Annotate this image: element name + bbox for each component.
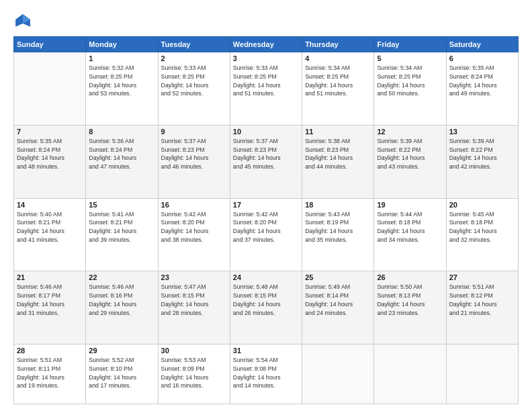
cell-date: 26 [377, 273, 443, 281]
cell-date: 17 [233, 201, 299, 209]
cell-date: 15 [89, 201, 154, 209]
calendar-cell: 12Sunrise: 5:39 AM Sunset: 8:22 PM Dayli… [374, 125, 446, 198]
cell-date: 24 [233, 273, 299, 281]
cell-date: 29 [89, 347, 154, 355]
calendar-cell: 20Sunrise: 5:45 AM Sunset: 8:18 PM Dayli… [446, 198, 518, 271]
calendar-cell: 10Sunrise: 5:37 AM Sunset: 8:23 PM Dayli… [230, 125, 302, 198]
calendar-cell [14, 52, 86, 126]
calendar-cell: 6Sunrise: 5:35 AM Sunset: 8:24 PM Daylig… [446, 52, 518, 126]
week-row-5: 28Sunrise: 5:51 AM Sunset: 8:11 PM Dayli… [14, 345, 519, 404]
weekday-header-saturday: Saturday [446, 37, 518, 52]
cell-info: Sunrise: 5:48 AM Sunset: 8:15 PM Dayligh… [233, 283, 299, 317]
cell-info: Sunrise: 5:52 AM Sunset: 8:10 PM Dayligh… [89, 356, 154, 390]
cell-info: Sunrise: 5:33 AM Sunset: 8:25 PM Dayligh… [161, 64, 227, 98]
cell-info: Sunrise: 5:40 AM Sunset: 8:21 PM Dayligh… [17, 210, 83, 244]
cell-info: Sunrise: 5:36 AM Sunset: 8:24 PM Dayligh… [89, 137, 154, 171]
calendar-cell: 30Sunrise: 5:53 AM Sunset: 8:09 PM Dayli… [158, 345, 230, 404]
cell-date: 19 [377, 201, 443, 209]
calendar-cell: 27Sunrise: 5:51 AM Sunset: 8:12 PM Dayli… [446, 271, 518, 345]
cell-date: 2 [161, 54, 227, 62]
cell-info: Sunrise: 5:50 AM Sunset: 8:13 PM Dayligh… [377, 283, 443, 317]
calendar-cell: 16Sunrise: 5:42 AM Sunset: 8:20 PM Dayli… [158, 198, 230, 271]
cell-date: 27 [449, 273, 515, 281]
weekday-header-friday: Friday [374, 37, 446, 52]
calendar-cell: 22Sunrise: 5:46 AM Sunset: 8:16 PM Dayli… [86, 271, 158, 345]
calendar-cell: 24Sunrise: 5:48 AM Sunset: 8:15 PM Dayli… [230, 271, 302, 345]
calendar-cell [302, 345, 374, 404]
cell-date: 25 [305, 273, 371, 281]
calendar-cell: 7Sunrise: 5:35 AM Sunset: 8:24 PM Daylig… [14, 125, 86, 198]
calendar-cell: 8Sunrise: 5:36 AM Sunset: 8:24 PM Daylig… [86, 125, 158, 198]
cell-info: Sunrise: 5:33 AM Sunset: 8:25 PM Dayligh… [233, 64, 299, 98]
weekday-header-row: SundayMondayTuesdayWednesdayThursdayFrid… [14, 37, 519, 52]
calendar-cell: 2Sunrise: 5:33 AM Sunset: 8:25 PM Daylig… [158, 52, 230, 126]
calendar-cell: 14Sunrise: 5:40 AM Sunset: 8:21 PM Dayli… [14, 198, 86, 271]
cell-date: 28 [17, 347, 83, 355]
calendar-cell: 23Sunrise: 5:47 AM Sunset: 8:15 PM Dayli… [158, 271, 230, 345]
cell-info: Sunrise: 5:35 AM Sunset: 8:24 PM Dayligh… [17, 137, 83, 171]
cell-info: Sunrise: 5:54 AM Sunset: 8:08 PM Dayligh… [233, 356, 299, 390]
cell-info: Sunrise: 5:49 AM Sunset: 8:14 PM Dayligh… [305, 283, 371, 317]
cell-info: Sunrise: 5:46 AM Sunset: 8:17 PM Dayligh… [17, 283, 83, 317]
cell-info: Sunrise: 5:44 AM Sunset: 8:18 PM Dayligh… [377, 210, 443, 244]
cell-date: 31 [233, 347, 299, 355]
weekday-header-wednesday: Wednesday [230, 37, 302, 52]
cell-date: 11 [305, 128, 371, 136]
calendar-cell: 25Sunrise: 5:49 AM Sunset: 8:14 PM Dayli… [302, 271, 374, 345]
calendar-cell: 21Sunrise: 5:46 AM Sunset: 8:17 PM Dayli… [14, 271, 86, 345]
cell-info: Sunrise: 5:51 AM Sunset: 8:12 PM Dayligh… [449, 283, 515, 317]
cell-date: 16 [161, 201, 227, 209]
week-row-3: 14Sunrise: 5:40 AM Sunset: 8:21 PM Dayli… [14, 198, 519, 271]
header [13, 12, 519, 31]
cell-date: 20 [449, 201, 515, 209]
cell-date: 12 [377, 128, 443, 136]
cell-info: Sunrise: 5:32 AM Sunset: 8:25 PM Dayligh… [89, 64, 154, 98]
cell-info: Sunrise: 5:42 AM Sunset: 8:20 PM Dayligh… [161, 210, 227, 244]
weekday-header-monday: Monday [86, 37, 158, 52]
cell-info: Sunrise: 5:35 AM Sunset: 8:24 PM Dayligh… [449, 64, 515, 98]
cell-info: Sunrise: 5:38 AM Sunset: 8:23 PM Dayligh… [305, 137, 371, 171]
cell-info: Sunrise: 5:37 AM Sunset: 8:23 PM Dayligh… [161, 137, 227, 171]
cell-date: 1 [89, 54, 154, 62]
calendar-cell: 28Sunrise: 5:51 AM Sunset: 8:11 PM Dayli… [14, 345, 86, 404]
cell-info: Sunrise: 5:47 AM Sunset: 8:15 PM Dayligh… [161, 283, 227, 317]
calendar-cell: 1Sunrise: 5:32 AM Sunset: 8:25 PM Daylig… [86, 52, 158, 126]
cell-date: 8 [89, 128, 154, 136]
cell-date: 3 [233, 54, 299, 62]
weekday-header-thursday: Thursday [302, 37, 374, 52]
cell-info: Sunrise: 5:53 AM Sunset: 8:09 PM Dayligh… [161, 356, 227, 390]
calendar-table: SundayMondayTuesdayWednesdayThursdayFrid… [13, 36, 519, 404]
cell-info: Sunrise: 5:37 AM Sunset: 8:23 PM Dayligh… [233, 137, 299, 171]
cell-info: Sunrise: 5:34 AM Sunset: 8:25 PM Dayligh… [305, 64, 371, 98]
calendar-cell: 31Sunrise: 5:54 AM Sunset: 8:08 PM Dayli… [230, 345, 302, 404]
calendar-cell: 3Sunrise: 5:33 AM Sunset: 8:25 PM Daylig… [230, 52, 302, 126]
cell-date: 7 [17, 128, 83, 136]
cell-date: 22 [89, 273, 154, 281]
week-row-4: 21Sunrise: 5:46 AM Sunset: 8:17 PM Dayli… [14, 271, 519, 345]
cell-date: 13 [449, 128, 515, 136]
cell-date: 21 [17, 273, 83, 281]
cell-info: Sunrise: 5:46 AM Sunset: 8:16 PM Dayligh… [89, 283, 154, 317]
cell-date: 23 [161, 273, 227, 281]
cell-date: 4 [305, 54, 371, 62]
calendar-cell: 4Sunrise: 5:34 AM Sunset: 8:25 PM Daylig… [302, 52, 374, 126]
cell-info: Sunrise: 5:41 AM Sunset: 8:21 PM Dayligh… [89, 210, 154, 244]
calendar-cell: 26Sunrise: 5:50 AM Sunset: 8:13 PM Dayli… [374, 271, 446, 345]
calendar-cell: 18Sunrise: 5:43 AM Sunset: 8:19 PM Dayli… [302, 198, 374, 271]
cell-date: 6 [449, 54, 515, 62]
cell-info: Sunrise: 5:51 AM Sunset: 8:11 PM Dayligh… [17, 356, 83, 390]
cell-date: 14 [17, 201, 83, 209]
logo-icon [13, 12, 32, 31]
calendar-cell: 17Sunrise: 5:42 AM Sunset: 8:20 PM Dayli… [230, 198, 302, 271]
calendar-cell [374, 345, 446, 404]
calendar-cell: 29Sunrise: 5:52 AM Sunset: 8:10 PM Dayli… [86, 345, 158, 404]
cell-date: 9 [161, 128, 227, 136]
week-row-1: 1Sunrise: 5:32 AM Sunset: 8:25 PM Daylig… [14, 52, 519, 126]
cell-date: 18 [305, 201, 371, 209]
cell-date: 10 [233, 128, 299, 136]
calendar-cell: 15Sunrise: 5:41 AM Sunset: 8:21 PM Dayli… [86, 198, 158, 271]
cell-info: Sunrise: 5:43 AM Sunset: 8:19 PM Dayligh… [305, 210, 371, 244]
calendar-cell: 13Sunrise: 5:39 AM Sunset: 8:22 PM Dayli… [446, 125, 518, 198]
weekday-header-tuesday: Tuesday [158, 37, 230, 52]
calendar-cell: 5Sunrise: 5:34 AM Sunset: 8:25 PM Daylig… [374, 52, 446, 126]
